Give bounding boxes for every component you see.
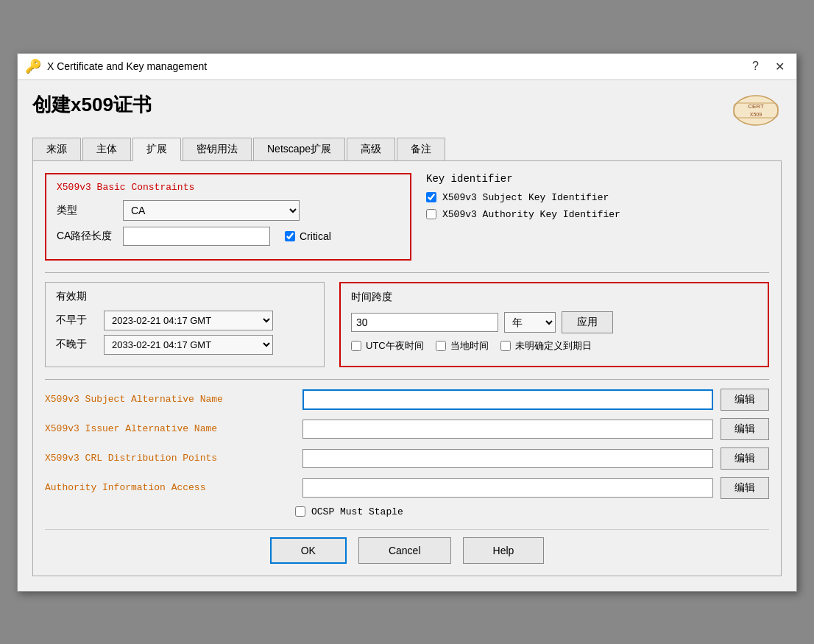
ocsp-row: OCSP Must Staple [295,506,769,517]
undefined-expiry-checkbox[interactable] [500,341,511,351]
subject-alt-name-input[interactable] [302,389,713,410]
apply-button[interactable]: 应用 [562,311,613,333]
tab-key-usage[interactable]: 密钥用法 [183,138,252,160]
utc-midnight-item: UTC午夜时间 [351,339,424,353]
app-icon: 🔑 [25,58,41,74]
type-row: 类型 CA End Entity [57,200,400,221]
svg-text:CERT: CERT [748,103,764,110]
ok-button[interactable]: OK [270,537,347,564]
utc-midnight-label: UTC午夜时间 [366,339,424,353]
validity-box: 有效期 不早于 2023-02-21 04:17 GMT 不晚于 2033-02… [45,282,325,367]
title-bar-controls: ? ✕ [748,58,789,75]
not-after-label: 不晚于 [56,338,96,351]
not-before-row: 不早于 2023-02-21 04:17 GMT [56,311,314,330]
authority-info-input[interactable] [302,478,713,498]
tab-notes[interactable]: 备注 [397,138,445,160]
timespan-title: 时间跨度 [351,291,757,304]
validity-title: 有效期 [56,290,314,303]
tab-netscape[interactable]: Netscape扩展 [253,138,345,160]
type-label: 类型 [57,204,116,217]
key-identifier-title: Key identifier [426,173,769,185]
path-length-input[interactable] [123,227,270,246]
timespan-input-row: 年 月 日 应用 [351,311,757,333]
basic-constraints-box: X509v3 Basic Constraints 类型 CA End Entit… [45,173,411,261]
close-window-button[interactable]: ✕ [771,58,789,75]
not-before-select[interactable]: 2023-02-21 04:17 GMT [104,311,273,330]
help-window-button[interactable]: ? [748,58,763,74]
issuer-alt-name-label: X509v3 Issuer Alternative Name [45,423,295,434]
not-after-row: 不晚于 2033-02-21 04:17 GMT [56,335,314,355]
validity-timespan-section: 有效期 不早于 2023-02-21 04:17 GMT 不晚于 2033-02… [45,282,769,367]
basic-constraints-legend: X509v3 Basic Constraints [57,182,400,193]
separator-2 [45,379,769,380]
local-time-label: 当地时间 [450,339,489,353]
timespan-unit-select[interactable]: 年 月 日 [504,312,556,333]
timespan-checkboxes: UTC午夜时间 当地时间 未明确定义到期日 [351,339,757,353]
title-bar: 🔑 X Certificate and Key management ? ✕ [18,54,796,80]
issuer-alt-name-input[interactable] [302,420,713,439]
ocsp-checkbox[interactable] [295,506,305,517]
path-length-row: CA路径长度 Critical [57,227,400,246]
content-area: X509v3 Basic Constraints 类型 CA End Entit… [32,161,782,576]
authority-key-row: X509v3 Authority Key Identifier [426,209,769,220]
undefined-expiry-label: 未明确定义到期日 [515,339,592,353]
subject-alt-name-row: X509v3 Subject Alternative Name 编辑 [45,389,769,411]
crl-distribution-edit-button[interactable]: 编辑 [721,447,769,470]
tab-origin[interactable]: 来源 [32,138,81,160]
crl-distribution-label: X509v3 CRL Distribution Points [45,453,295,464]
critical-checkbox-row: Critical [285,230,331,242]
critical-label: Critical [300,230,331,242]
title-bar-left: 🔑 X Certificate and Key management [25,58,207,74]
svg-point-0 [734,96,778,125]
tab-extensions[interactable]: 扩展 [132,138,181,161]
not-after-select[interactable]: 2033-02-21 04:17 GMT [104,335,273,355]
crl-distribution-row: X509v3 CRL Distribution Points 编辑 [45,447,769,470]
subject-alt-name-label: X509v3 Subject Alternative Name [45,394,295,405]
page-title: 创建x509证书 [32,92,152,118]
authority-key-label: X509v3 Authority Key Identifier [442,209,620,220]
critical-checkbox[interactable] [285,231,295,241]
bottom-buttons: OK Cancel Help [45,529,769,564]
local-time-item: 当地时间 [436,339,489,353]
svg-text:X509: X509 [750,112,762,117]
tab-advanced[interactable]: 高级 [347,138,395,160]
separator-1 [45,272,769,273]
authority-info-row: Authority Information Access 编辑 [45,477,769,499]
subject-key-label: X509v3 Subject Key Identifier [442,192,609,203]
not-before-label: 不早于 [56,314,96,327]
type-select[interactable]: CA End Entity [123,200,300,221]
timespan-box: 时间跨度 年 月 日 应用 UTC午夜时间 [339,282,769,367]
cert-logo: CERT X509 [730,92,782,129]
main-window: 🔑 X Certificate and Key management ? ✕ 创… [17,53,797,592]
undefined-expiry-item: 未明确定义到期日 [500,339,592,353]
window-body: 创建x509证书 CERT X509 来源 主体 扩展 密钥用法 Netscap… [18,80,796,591]
authority-key-checkbox[interactable] [426,209,436,219]
authority-info-edit-button[interactable]: 编辑 [721,477,769,499]
timespan-value-input[interactable] [351,313,498,332]
ocsp-label: OCSP Must Staple [311,506,403,517]
utc-midnight-checkbox[interactable] [351,341,361,351]
subject-key-row: X509v3 Subject Key Identifier [426,192,769,203]
local-time-checkbox[interactable] [436,341,446,351]
tabs-container: 来源 主体 扩展 密钥用法 Netscape扩展 高级 备注 [32,138,782,161]
crl-distribution-input[interactable] [302,449,713,468]
issuer-alt-name-row: X509v3 Issuer Alternative Name 编辑 [45,418,769,440]
path-length-label: CA路径长度 [57,230,116,243]
cancel-button[interactable]: Cancel [358,537,451,564]
top-section: X509v3 Basic Constraints 类型 CA End Entit… [45,173,769,261]
subject-alt-name-edit-button[interactable]: 编辑 [721,389,769,411]
authority-info-label: Authority Information Access [45,482,295,493]
help-button[interactable]: Help [463,537,545,564]
subject-key-checkbox[interactable] [426,192,436,202]
tab-subject[interactable]: 主体 [82,138,131,160]
window-title: X Certificate and Key management [47,60,207,72]
key-identifier-box: Key identifier X509v3 Subject Key Identi… [426,173,769,261]
issuer-alt-name-edit-button[interactable]: 编辑 [721,418,769,440]
page-header: 创建x509证书 CERT X509 [32,92,782,129]
